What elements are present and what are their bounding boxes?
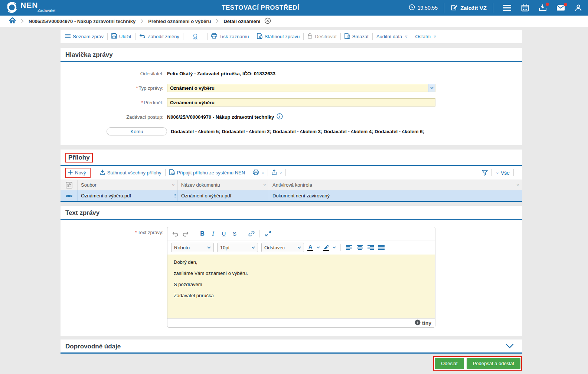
pripojit-prilohu-button[interactable]: Připojit přílohu ze systému NEN xyxy=(169,169,245,176)
font-family-select[interactable]: Roboto xyxy=(171,243,214,252)
column-header-antivir[interactable]: Antivirová kontrola ▽ xyxy=(269,180,522,190)
download-document-icon xyxy=(257,33,262,40)
align-right-icon[interactable] xyxy=(367,245,374,250)
tiny-logo-icon xyxy=(415,319,421,327)
column-filter-icon[interactable]: ▽ xyxy=(264,183,266,187)
dropdown-triangle-icon: ▽ xyxy=(434,35,436,38)
column-settings-icon[interactable] xyxy=(61,180,78,190)
calendar-icon[interactable] xyxy=(521,4,529,12)
strikethrough-button[interactable]: S xyxy=(231,230,238,237)
komu-button[interactable]: Komu xyxy=(107,127,167,135)
highlight-color-button[interactable] xyxy=(323,245,329,251)
collapse-chevron-icon[interactable] xyxy=(506,344,514,350)
message-paragraph: Zadavatel příručka xyxy=(174,293,429,298)
text-color-button[interactable]: A xyxy=(307,245,313,251)
downloads-badge xyxy=(546,3,549,6)
ulozit-button[interactable]: Uložit xyxy=(111,33,131,40)
stahnout-vsechny-prilohy-button[interactable]: Stáhnout všechny přílohy xyxy=(100,170,161,176)
drag-handle-icon[interactable] xyxy=(174,194,176,197)
message-paragraph: S pozdravem xyxy=(174,282,429,287)
menu-icon[interactable] xyxy=(503,4,512,11)
attachments-table-header: Soubor ▽ Název dokumentu ▽ Antivirová ko… xyxy=(61,180,522,190)
breadcrumb-item-overview[interactable]: Přehled oznámení o výběru xyxy=(148,19,211,24)
zadavaci-postup-value: N006/25/V00004970 - Nákup zdravotní tech… xyxy=(167,114,274,120)
close-tab-icon[interactable] xyxy=(264,17,271,25)
column-filter-icon[interactable]: ▽ xyxy=(517,183,519,187)
bold-button[interactable]: B xyxy=(199,230,206,237)
undo-icon[interactable] xyxy=(171,231,179,237)
stahnout-zpravu-button[interactable]: Stáhnout zprávu xyxy=(257,33,300,40)
breadcrumb-item-procedure[interactable]: N006/25/V00004970 - Nákup zdravotní tech… xyxy=(29,19,135,24)
auditni-data-menu[interactable]: Auditní data▽ xyxy=(376,34,408,39)
underline-button[interactable]: U xyxy=(220,230,228,237)
dropdown-triangle-icon: ▽ xyxy=(262,171,264,174)
link-icon[interactable] xyxy=(248,230,255,237)
top-header: NEN Zadavatel TESTOVACÍ PROSTŘEDÍ 19:50:… xyxy=(0,0,588,16)
message-paragraph: Dobrý den, xyxy=(174,259,429,265)
dropdown-triangle-icon: ▽ xyxy=(405,35,407,38)
ostatni-menu[interactable]: Ostatní▽ xyxy=(415,34,436,39)
editor-footer: tiny xyxy=(167,318,435,327)
chevron-down-icon[interactable] xyxy=(317,246,320,249)
column-header-soubor[interactable]: Soubor ▽ xyxy=(78,180,178,190)
session-clock: 19:50:55 xyxy=(409,4,438,12)
signature-seal-icon[interactable] xyxy=(187,33,203,40)
align-justify-icon[interactable] xyxy=(378,245,385,250)
font-size-select[interactable]: 10pt xyxy=(217,243,258,252)
typ-zpravy-select[interactable]: Oznámení o výběru xyxy=(167,84,435,92)
breadcrumb-chevron-icon xyxy=(21,19,24,23)
home-icon[interactable] xyxy=(9,17,16,25)
footer-actions: Odeslat Podepsat a odeslat xyxy=(61,356,522,371)
editor-content-area[interactable]: Dobrý den, zasíláme Vám oznámení o výběr… xyxy=(167,255,435,318)
rich-text-editor[interactable]: B I U S Roboto 10pt xyxy=(167,227,435,328)
chevron-down-icon[interactable] xyxy=(428,84,435,92)
section-title-prilohy: Přílohy xyxy=(68,154,90,161)
redo-icon[interactable] xyxy=(182,231,189,237)
attachment-antivirus-status: Dokument není zavirovaný xyxy=(272,193,330,199)
attachment-file-name: Oznámení o výběru.pdf xyxy=(81,193,131,199)
export-attachments-menu[interactable]: ▽ xyxy=(272,170,282,176)
tisk-zaznamu-button[interactable]: Tisk záznamu xyxy=(211,33,249,40)
discard-icon xyxy=(139,33,146,39)
nen-swirl-icon xyxy=(6,1,18,14)
messages-icon[interactable] xyxy=(556,4,565,11)
novy-button[interactable]: Nový xyxy=(68,170,86,176)
italic-button[interactable]: I xyxy=(209,230,217,237)
column-header-nazev[interactable]: Název dokumentu ▽ xyxy=(178,180,269,190)
editor-toolbar-row2: Roboto 10pt Odstavec A xyxy=(167,240,435,255)
align-left-icon[interactable] xyxy=(345,245,353,250)
podepsat-a-odeslat-button[interactable]: Podepsat a odeslat xyxy=(467,358,520,369)
downloads-tray-icon[interactable] xyxy=(539,4,547,12)
chevron-down-icon[interactable] xyxy=(333,246,336,249)
attachment-row[interactable]: Oznámení o výběru.pdf Oznámení o výběru.… xyxy=(61,190,522,202)
header-divider xyxy=(444,3,444,13)
info-icon[interactable] xyxy=(277,113,283,121)
zahodit-zmeny-button[interactable]: Zahodit změny xyxy=(139,33,179,39)
filter-vse-menu[interactable]: ▽ Vše xyxy=(496,170,510,176)
smazat-button[interactable]: Smazat xyxy=(344,33,369,40)
share-icon xyxy=(272,170,277,176)
edit-icon xyxy=(451,4,457,12)
print-attachments-menu[interactable]: ▽ xyxy=(253,170,264,176)
breadcrumb: N006/25/V00004970 - Nákup zdravotní tech… xyxy=(0,16,588,27)
brand-text: NEN xyxy=(20,0,38,9)
user-profile-icon[interactable] xyxy=(575,4,582,12)
filter-funnel-icon[interactable] xyxy=(482,170,488,175)
clock-icon xyxy=(409,4,415,12)
nen-logo[interactable]: NEN Zadavatel xyxy=(6,1,55,14)
list-icon xyxy=(65,34,71,39)
row-actions-icon[interactable] xyxy=(61,190,78,201)
section-title-doprovodne: Doprovodné údaje xyxy=(65,343,121,350)
print-icon xyxy=(253,170,259,176)
header-divider xyxy=(493,3,493,13)
predmet-input[interactable]: Oznámení o výběru xyxy=(167,98,435,106)
delete-document-icon xyxy=(344,33,350,40)
zalozit-vz-button[interactable]: Založit VZ xyxy=(451,4,487,12)
odeslat-button[interactable]: Odeslat xyxy=(435,358,464,369)
block-format-select[interactable]: Odstavec xyxy=(261,243,304,252)
align-center-icon[interactable] xyxy=(356,245,363,250)
fullscreen-icon[interactable] xyxy=(264,230,272,237)
column-filter-icon[interactable]: ▽ xyxy=(172,183,174,187)
attachment-document-name: Oznámení o výběru.pdf xyxy=(181,193,231,199)
seznam-zprav-button[interactable]: Seznam zpráv xyxy=(65,34,104,39)
